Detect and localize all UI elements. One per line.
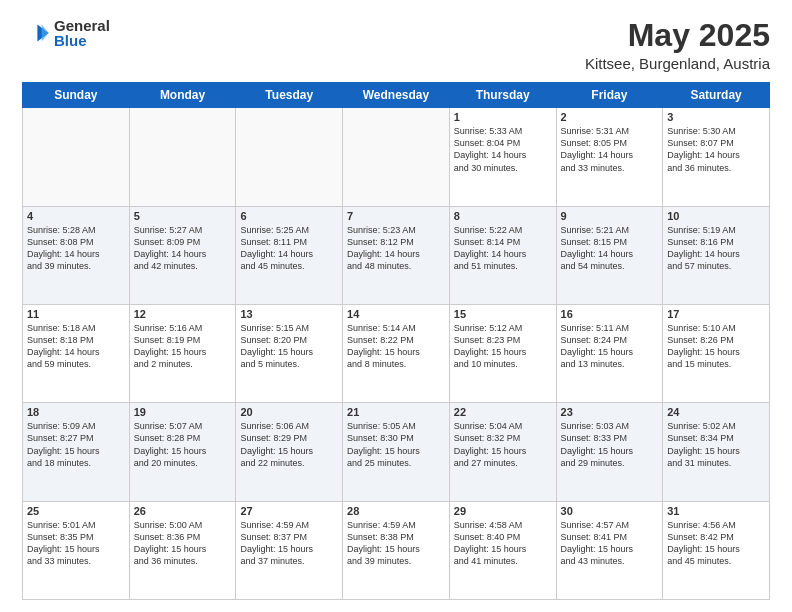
day-number: 29 — [454, 505, 552, 517]
calendar-table: SundayMondayTuesdayWednesdayThursdayFrid… — [22, 82, 770, 600]
day-number: 19 — [134, 406, 232, 418]
day-number: 6 — [240, 210, 338, 222]
day-number: 12 — [134, 308, 232, 320]
header: General Blue May 2025 Kittsee, Burgenlan… — [22, 18, 770, 72]
day-number: 3 — [667, 111, 765, 123]
calendar-cell: 4Sunrise: 5:28 AM Sunset: 8:08 PM Daylig… — [23, 206, 130, 304]
day-number: 25 — [27, 505, 125, 517]
calendar-cell — [343, 108, 450, 206]
calendar-cell: 6Sunrise: 5:25 AM Sunset: 8:11 PM Daylig… — [236, 206, 343, 304]
day-info: Sunrise: 5:15 AM Sunset: 8:20 PM Dayligh… — [240, 322, 338, 371]
day-number: 15 — [454, 308, 552, 320]
calendar-week-row: 1Sunrise: 5:33 AM Sunset: 8:04 PM Daylig… — [23, 108, 770, 206]
day-number: 7 — [347, 210, 445, 222]
calendar-cell: 10Sunrise: 5:19 AM Sunset: 8:16 PM Dayli… — [663, 206, 770, 304]
logo-blue-text: Blue — [54, 33, 110, 48]
day-number: 13 — [240, 308, 338, 320]
day-number: 8 — [454, 210, 552, 222]
logo-text: General Blue — [54, 18, 110, 48]
calendar-week-row: 4Sunrise: 5:28 AM Sunset: 8:08 PM Daylig… — [23, 206, 770, 304]
day-info: Sunrise: 4:59 AM Sunset: 8:37 PM Dayligh… — [240, 519, 338, 568]
day-info: Sunrise: 5:19 AM Sunset: 8:16 PM Dayligh… — [667, 224, 765, 273]
calendar-header-thursday: Thursday — [449, 83, 556, 108]
day-number: 5 — [134, 210, 232, 222]
calendar-cell: 13Sunrise: 5:15 AM Sunset: 8:20 PM Dayli… — [236, 304, 343, 402]
calendar-cell: 27Sunrise: 4:59 AM Sunset: 8:37 PM Dayli… — [236, 501, 343, 599]
day-info: Sunrise: 5:25 AM Sunset: 8:11 PM Dayligh… — [240, 224, 338, 273]
title-area: May 2025 Kittsee, Burgenland, Austria — [585, 18, 770, 72]
calendar-cell: 19Sunrise: 5:07 AM Sunset: 8:28 PM Dayli… — [129, 403, 236, 501]
day-info: Sunrise: 5:04 AM Sunset: 8:32 PM Dayligh… — [454, 420, 552, 469]
calendar-cell: 21Sunrise: 5:05 AM Sunset: 8:30 PM Dayli… — [343, 403, 450, 501]
calendar-cell: 1Sunrise: 5:33 AM Sunset: 8:04 PM Daylig… — [449, 108, 556, 206]
calendar-cell: 29Sunrise: 4:58 AM Sunset: 8:40 PM Dayli… — [449, 501, 556, 599]
day-info: Sunrise: 5:01 AM Sunset: 8:35 PM Dayligh… — [27, 519, 125, 568]
day-info: Sunrise: 5:05 AM Sunset: 8:30 PM Dayligh… — [347, 420, 445, 469]
calendar-cell: 18Sunrise: 5:09 AM Sunset: 8:27 PM Dayli… — [23, 403, 130, 501]
calendar-cell: 25Sunrise: 5:01 AM Sunset: 8:35 PM Dayli… — [23, 501, 130, 599]
calendar-week-row: 18Sunrise: 5:09 AM Sunset: 8:27 PM Dayli… — [23, 403, 770, 501]
day-number: 23 — [561, 406, 659, 418]
day-info: Sunrise: 5:31 AM Sunset: 8:05 PM Dayligh… — [561, 125, 659, 174]
day-info: Sunrise: 5:28 AM Sunset: 8:08 PM Dayligh… — [27, 224, 125, 273]
day-info: Sunrise: 5:12 AM Sunset: 8:23 PM Dayligh… — [454, 322, 552, 371]
calendar-cell — [23, 108, 130, 206]
day-info: Sunrise: 5:14 AM Sunset: 8:22 PM Dayligh… — [347, 322, 445, 371]
calendar-header-wednesday: Wednesday — [343, 83, 450, 108]
day-info: Sunrise: 5:03 AM Sunset: 8:33 PM Dayligh… — [561, 420, 659, 469]
day-info: Sunrise: 5:10 AM Sunset: 8:26 PM Dayligh… — [667, 322, 765, 371]
day-number: 20 — [240, 406, 338, 418]
logo: General Blue — [22, 18, 110, 48]
day-info: Sunrise: 5:22 AM Sunset: 8:14 PM Dayligh… — [454, 224, 552, 273]
day-number: 4 — [27, 210, 125, 222]
calendar-cell: 16Sunrise: 5:11 AM Sunset: 8:24 PM Dayli… — [556, 304, 663, 402]
calendar-cell: 11Sunrise: 5:18 AM Sunset: 8:18 PM Dayli… — [23, 304, 130, 402]
calendar-cell — [129, 108, 236, 206]
calendar-cell: 15Sunrise: 5:12 AM Sunset: 8:23 PM Dayli… — [449, 304, 556, 402]
day-info: Sunrise: 4:59 AM Sunset: 8:38 PM Dayligh… — [347, 519, 445, 568]
month-title: May 2025 — [585, 18, 770, 53]
day-number: 17 — [667, 308, 765, 320]
calendar-cell: 8Sunrise: 5:22 AM Sunset: 8:14 PM Daylig… — [449, 206, 556, 304]
calendar-cell: 20Sunrise: 5:06 AM Sunset: 8:29 PM Dayli… — [236, 403, 343, 501]
day-info: Sunrise: 5:23 AM Sunset: 8:12 PM Dayligh… — [347, 224, 445, 273]
day-number: 10 — [667, 210, 765, 222]
calendar-cell: 14Sunrise: 5:14 AM Sunset: 8:22 PM Dayli… — [343, 304, 450, 402]
day-info: Sunrise: 5:06 AM Sunset: 8:29 PM Dayligh… — [240, 420, 338, 469]
day-number: 1 — [454, 111, 552, 123]
day-number: 28 — [347, 505, 445, 517]
day-info: Sunrise: 5:11 AM Sunset: 8:24 PM Dayligh… — [561, 322, 659, 371]
day-number: 22 — [454, 406, 552, 418]
day-info: Sunrise: 4:58 AM Sunset: 8:40 PM Dayligh… — [454, 519, 552, 568]
day-number: 27 — [240, 505, 338, 517]
calendar-week-row: 25Sunrise: 5:01 AM Sunset: 8:35 PM Dayli… — [23, 501, 770, 599]
day-number: 31 — [667, 505, 765, 517]
page: General Blue May 2025 Kittsee, Burgenlan… — [0, 0, 792, 612]
calendar-cell: 12Sunrise: 5:16 AM Sunset: 8:19 PM Dayli… — [129, 304, 236, 402]
day-info: Sunrise: 4:57 AM Sunset: 8:41 PM Dayligh… — [561, 519, 659, 568]
calendar-cell: 24Sunrise: 5:02 AM Sunset: 8:34 PM Dayli… — [663, 403, 770, 501]
day-number: 11 — [27, 308, 125, 320]
day-number: 9 — [561, 210, 659, 222]
day-info: Sunrise: 5:00 AM Sunset: 8:36 PM Dayligh… — [134, 519, 232, 568]
day-number: 18 — [27, 406, 125, 418]
calendar-header-monday: Monday — [129, 83, 236, 108]
day-info: Sunrise: 5:09 AM Sunset: 8:27 PM Dayligh… — [27, 420, 125, 469]
logo-icon — [22, 19, 50, 47]
day-info: Sunrise: 5:27 AM Sunset: 8:09 PM Dayligh… — [134, 224, 232, 273]
calendar-cell: 30Sunrise: 4:57 AM Sunset: 8:41 PM Dayli… — [556, 501, 663, 599]
day-number: 30 — [561, 505, 659, 517]
calendar-cell — [236, 108, 343, 206]
day-number: 24 — [667, 406, 765, 418]
day-info: Sunrise: 5:18 AM Sunset: 8:18 PM Dayligh… — [27, 322, 125, 371]
day-number: 16 — [561, 308, 659, 320]
calendar-cell: 17Sunrise: 5:10 AM Sunset: 8:26 PM Dayli… — [663, 304, 770, 402]
location: Kittsee, Burgenland, Austria — [585, 55, 770, 72]
day-number: 14 — [347, 308, 445, 320]
calendar-cell: 28Sunrise: 4:59 AM Sunset: 8:38 PM Dayli… — [343, 501, 450, 599]
calendar-cell: 3Sunrise: 5:30 AM Sunset: 8:07 PM Daylig… — [663, 108, 770, 206]
day-info: Sunrise: 5:33 AM Sunset: 8:04 PM Dayligh… — [454, 125, 552, 174]
calendar-cell: 9Sunrise: 5:21 AM Sunset: 8:15 PM Daylig… — [556, 206, 663, 304]
calendar-header-sunday: Sunday — [23, 83, 130, 108]
calendar-week-row: 11Sunrise: 5:18 AM Sunset: 8:18 PM Dayli… — [23, 304, 770, 402]
